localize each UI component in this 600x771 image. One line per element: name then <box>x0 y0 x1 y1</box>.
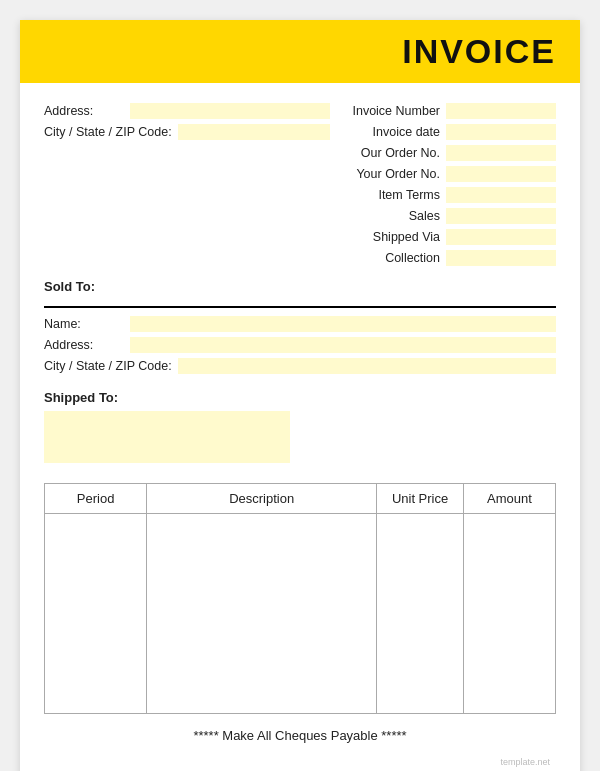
invoice-title: INVOICE <box>402 32 556 70</box>
period-cell[interactable] <box>45 514 147 714</box>
your-order-row: Your Order No. <box>346 166 556 182</box>
sold-to-name-row: Name: <box>44 316 556 332</box>
sold-to-city-row: City / State / ZIP Code: <box>44 358 556 374</box>
col-period-header: Period <box>45 484 147 514</box>
sold-to-city-value[interactable] <box>178 358 556 374</box>
col-unit-price-header: Unit Price <box>377 484 464 514</box>
template-ref: template.net <box>44 757 556 767</box>
address-label: Address: <box>44 104 124 118</box>
invoice-date-value[interactable] <box>446 124 556 140</box>
unit-price-cell[interactable] <box>377 514 464 714</box>
our-order-value[interactable] <box>446 145 556 161</box>
sold-to-city-label: City / State / ZIP Code: <box>44 359 172 373</box>
address-value[interactable] <box>130 103 330 119</box>
sales-row: Sales <box>346 208 556 224</box>
address-row: Address: <box>44 103 330 119</box>
table-row <box>45 514 556 714</box>
item-terms-label: Item Terms <box>378 188 440 202</box>
col-description-header: Description <box>147 484 377 514</box>
invoice-date-row: Invoice date <box>346 124 556 140</box>
shipped-via-value[interactable] <box>446 229 556 245</box>
collection-label: Collection <box>385 251 440 265</box>
right-column: Invoice Number Invoice date Our Order No… <box>346 103 556 271</box>
invoice-date-label: Invoice date <box>373 125 440 139</box>
sold-to-address-label: Address: <box>44 338 124 352</box>
sold-to-address-value[interactable] <box>130 337 556 353</box>
shipped-to-label: Shipped To: <box>44 390 556 405</box>
shipped-to-box[interactable] <box>44 411 290 463</box>
collection-row: Collection <box>346 250 556 266</box>
city-value[interactable] <box>178 124 331 140</box>
invoice-number-value[interactable] <box>446 103 556 119</box>
sold-to-label: Sold To: <box>44 279 556 294</box>
our-order-row: Our Order No. <box>346 145 556 161</box>
table-header-row: Period Description Unit Price Amount <box>45 484 556 514</box>
sold-to-name-value[interactable] <box>130 316 556 332</box>
footer: ***** Make All Cheques Payable ***** <box>44 728 556 753</box>
collection-value[interactable] <box>446 250 556 266</box>
footer-text: ***** Make All Cheques Payable ***** <box>193 728 406 743</box>
invoice-header: INVOICE <box>20 20 580 83</box>
sold-to-divider <box>44 306 556 308</box>
sales-value[interactable] <box>446 208 556 224</box>
invoice-table: Period Description Unit Price Amount <box>44 483 556 714</box>
invoice-page: INVOICE Address: City / State / ZIP Code… <box>20 20 580 771</box>
col-amount-header: Amount <box>464 484 556 514</box>
city-label: City / State / ZIP Code: <box>44 125 172 139</box>
invoice-number-row: Invoice Number <box>346 103 556 119</box>
sold-to-address-row: Address: <box>44 337 556 353</box>
invoice-number-label: Invoice Number <box>352 104 440 118</box>
our-order-label: Our Order No. <box>361 146 440 160</box>
sold-to-name-label: Name: <box>44 317 124 331</box>
amount-cell[interactable] <box>464 514 556 714</box>
shipped-via-label: Shipped Via <box>373 230 440 244</box>
your-order-label: Your Order No. <box>356 167 440 181</box>
shipped-to-section: Shipped To: <box>44 390 556 463</box>
description-cell[interactable] <box>147 514 377 714</box>
top-section: Address: City / State / ZIP Code: Invoic… <box>44 103 556 271</box>
your-order-value[interactable] <box>446 166 556 182</box>
sold-to-section: Sold To: Name: Address: City / State / Z… <box>44 279 556 374</box>
city-row: City / State / ZIP Code: <box>44 124 330 140</box>
item-terms-row: Item Terms <box>346 187 556 203</box>
item-terms-value[interactable] <box>446 187 556 203</box>
shipped-via-row: Shipped Via <box>346 229 556 245</box>
left-column: Address: City / State / ZIP Code: <box>44 103 330 271</box>
sales-label: Sales <box>409 209 440 223</box>
